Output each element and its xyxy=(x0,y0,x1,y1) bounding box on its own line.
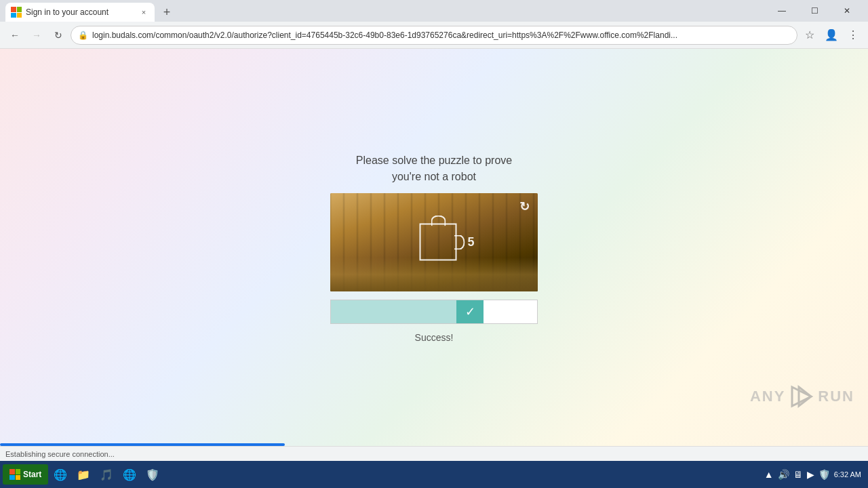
address-text: login.budals.com/common/oauth2/v2.0/auth… xyxy=(92,30,790,40)
status-bar: Establishing secure connection... xyxy=(0,446,868,461)
taskbar-chrome-button[interactable]: 🌐 xyxy=(119,464,140,485)
tray-arrow-icon[interactable]: ▶ xyxy=(807,469,814,480)
taskbar-explorer-button[interactable]: 📁 xyxy=(73,464,94,485)
tray-network-icon[interactable]: ▲ xyxy=(764,469,774,480)
start-ms-logo-icon xyxy=(9,469,20,480)
lock-icon: 🔒 xyxy=(78,30,88,40)
taskbar: Start 🌐 📁 🎵 🌐 🛡️ ▲ 🔊 🖥 ▶ 🛡️ 6:32 AM xyxy=(0,461,868,488)
puzzle-prompt-line1: Please solve the puzzle to prove xyxy=(356,152,512,169)
navigation-bar: ← → ↻ 🔒 login.budals.com/common/oauth2/v… xyxy=(0,22,868,49)
puzzle-slider[interactable]: ✓ xyxy=(330,300,538,324)
tab-area: Sign in to your account × + xyxy=(5,0,766,22)
start-label: Start xyxy=(23,470,41,479)
anyrun-logo-icon xyxy=(789,384,814,409)
profile-button[interactable]: 👤 xyxy=(822,26,841,45)
status-text: Establishing secure connection... xyxy=(5,450,863,458)
microsoft-logo-icon xyxy=(11,7,22,18)
success-message: Success! xyxy=(415,332,454,343)
system-tray: ▲ 🔊 🖥 ▶ 🛡️ 6:32 AM xyxy=(760,469,865,480)
title-bar: Sign in to your account × + — ☐ ✕ xyxy=(0,0,868,22)
close-button[interactable]: ✕ xyxy=(831,0,863,22)
forward-button[interactable]: → xyxy=(27,26,46,45)
puzzle-number: 5 xyxy=(468,235,475,249)
taskbar-media-button[interactable]: 🎵 xyxy=(96,464,117,485)
new-tab-button[interactable]: + xyxy=(157,3,176,22)
puzzle-prompt: Please solve the puzzle to prove you're … xyxy=(356,152,512,185)
window-controls: — ☐ ✕ xyxy=(766,0,863,22)
slider-check-button[interactable]: ✓ xyxy=(456,300,484,323)
anyrun-text-run: RUN xyxy=(818,388,854,405)
tab-favicon xyxy=(11,7,22,18)
tab-title: Sign in to your account xyxy=(26,7,134,17)
slider-filled-area xyxy=(331,300,456,323)
loading-progress-bar xyxy=(0,443,285,446)
puzzle-image-area[interactable]: 5 ↻ xyxy=(330,193,538,291)
puzzle-prompt-line2: you're not a robot xyxy=(356,169,512,185)
active-tab[interactable]: Sign in to your account × xyxy=(5,3,155,22)
browser-frame: Sign in to your account × + — ☐ ✕ ← → ↻ … xyxy=(0,0,868,488)
puzzle-piece: 5 xyxy=(420,224,457,261)
anyrun-watermark: ANY RUN xyxy=(750,384,854,409)
media-player-icon: 🎵 xyxy=(100,468,113,481)
back-button[interactable]: ← xyxy=(5,26,24,45)
internet-explorer-icon: 🌐 xyxy=(54,468,67,481)
puzzle-piece-inner: 5 xyxy=(420,224,457,261)
file-explorer-icon: 📁 xyxy=(77,468,90,481)
status-bar-container: Establishing secure connection... xyxy=(0,446,868,461)
bookmark-button[interactable]: ☆ xyxy=(800,26,819,45)
tray-warning-icon[interactable]: 🛡️ xyxy=(818,469,830,480)
menu-button[interactable]: ⋮ xyxy=(844,26,863,45)
tray-volume-icon[interactable]: 🔊 xyxy=(778,469,789,480)
tray-display-icon[interactable]: 🖥 xyxy=(793,469,803,480)
refresh-button[interactable]: ↻ xyxy=(49,26,68,45)
puzzle-refresh-button[interactable]: ↻ xyxy=(516,199,532,215)
chrome-icon: 🌐 xyxy=(123,468,136,481)
taskbar-ie-button[interactable]: 🌐 xyxy=(50,464,71,485)
content-area: ANY RUN Please solve the puzzle to prove… xyxy=(0,49,868,446)
system-time: 6:32 AM xyxy=(834,470,861,479)
slider-empty-area xyxy=(484,300,537,323)
puzzle-container: Please solve the puzzle to prove you're … xyxy=(330,152,538,343)
minimize-button[interactable]: — xyxy=(766,0,797,22)
antivirus-icon: 🛡️ xyxy=(146,468,159,481)
maximize-button[interactable]: ☐ xyxy=(799,0,830,22)
start-button[interactable]: Start xyxy=(3,464,48,485)
address-bar[interactable]: 🔒 login.budals.com/common/oauth2/v2.0/au… xyxy=(71,26,797,45)
anyrun-text: ANY xyxy=(750,388,785,405)
taskbar-antivirus-button[interactable]: 🛡️ xyxy=(142,464,163,485)
tab-close-button[interactable]: × xyxy=(138,7,149,18)
